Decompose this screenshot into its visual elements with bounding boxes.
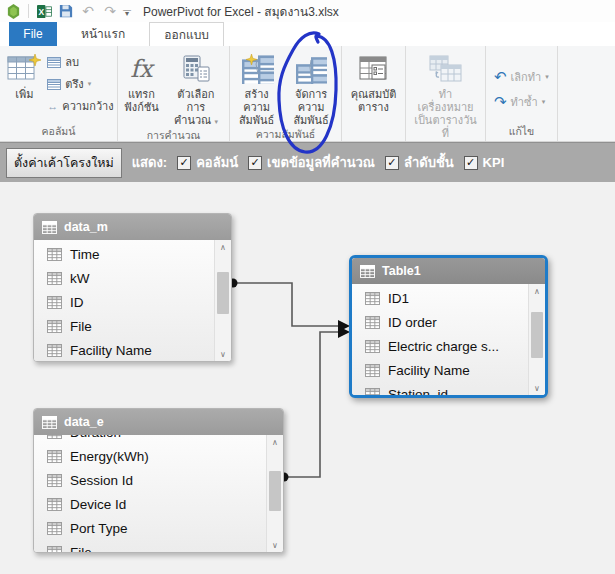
diagram-canvas[interactable]: data_m Time kW ID File Facility Name ∧ ∨ bbox=[0, 182, 615, 574]
field-icon bbox=[365, 364, 380, 377]
delete-column-button[interactable]: ลบ bbox=[47, 53, 113, 71]
powerpivot-window: X ↶ ↷ —▾ PowerPivot for Excel - สมุดงาน3… bbox=[0, 0, 615, 574]
undo-icon: ↶ bbox=[494, 69, 507, 84]
powerpivot-app-icon bbox=[4, 2, 22, 20]
undo-quick-icon[interactable]: ↶ bbox=[79, 2, 97, 20]
scroll-down-icon: ∨ bbox=[529, 381, 545, 395]
field-row[interactable]: ID1 bbox=[352, 286, 528, 310]
scroll-thumb[interactable] bbox=[217, 272, 229, 314]
manage-relationships-button[interactable]: จัดการความ สัมพันธ์ bbox=[283, 49, 339, 127]
create-relationship-button[interactable]: สร้างความ สัมพันธ์ bbox=[232, 49, 281, 127]
field-row[interactable]: Time bbox=[34, 242, 214, 266]
group-label-relationships: ความสัมพันธ์ bbox=[232, 127, 339, 141]
scroll-thumb[interactable] bbox=[531, 312, 543, 358]
ribbon-group-mark-date: ทำเครื่องหมาย เป็นตารางวันที่ bbox=[406, 46, 486, 141]
fx-icon: fx bbox=[130, 52, 152, 86]
field-row[interactable]: ID bbox=[34, 290, 214, 314]
field-row[interactable]: Port Type bbox=[34, 516, 266, 540]
freeze-column-button[interactable]: ตรึง ▾ bbox=[47, 75, 113, 93]
separator bbox=[28, 4, 29, 18]
field-icon bbox=[365, 316, 380, 329]
checkbox-hierarchies[interactable]: ✓ ลำดับชั้น bbox=[385, 152, 454, 173]
field-icon bbox=[47, 498, 62, 511]
undo-button[interactable]: ↶ เลิกทำ ▾ bbox=[494, 68, 549, 86]
create-relationship-icon bbox=[240, 52, 274, 86]
field-row[interactable]: ID order bbox=[352, 310, 528, 334]
field-icon bbox=[47, 474, 62, 487]
scroll-down-icon: ∨ bbox=[215, 347, 231, 361]
table-card-data_e[interactable]: data_e Duration Energy(kWh) Session Id D… bbox=[33, 408, 284, 553]
scroll-up-icon: ∧ bbox=[267, 435, 283, 449]
scroll-track[interactable] bbox=[267, 449, 283, 538]
field-row[interactable]: Energy(kWh) bbox=[34, 444, 266, 468]
checkbox-icon[interactable]: ✓ bbox=[464, 156, 478, 170]
checkbox-calculated-fields[interactable]: ✓ เขตข้อมูลที่คำนวณ bbox=[248, 152, 375, 173]
table-card-table1[interactable]: Table1 ID1 ID order Electric charge s...… bbox=[349, 255, 548, 398]
field-icon bbox=[47, 296, 62, 309]
vertical-scrollbar[interactable]: ∧ ∨ bbox=[266, 435, 283, 552]
scroll-track[interactable] bbox=[215, 254, 231, 347]
field-icon bbox=[47, 320, 62, 333]
field-row[interactable]: kW bbox=[34, 266, 214, 290]
field-row[interactable]: Electric charge s... bbox=[352, 334, 528, 358]
table-header-table1[interactable]: Table1 bbox=[352, 258, 545, 284]
table-card-data_m[interactable]: data_m Time kW ID File Facility Name ∧ ∨ bbox=[33, 213, 232, 362]
field-row[interactable]: Duration bbox=[34, 435, 266, 444]
ribbon: เพิ่ม ลบ ตรึง ▾ ↔ ความกว้าง bbox=[0, 46, 615, 142]
tab-file[interactable]: File bbox=[9, 22, 57, 46]
checkbox-icon[interactable]: ✓ bbox=[248, 156, 262, 170]
scroll-thumb[interactable] bbox=[269, 471, 281, 511]
table-icon bbox=[42, 416, 57, 429]
field-icon bbox=[365, 388, 380, 396]
save-icon[interactable] bbox=[57, 2, 75, 20]
redo-quick-icon[interactable]: ↷ bbox=[101, 2, 119, 20]
field-row[interactable]: Session Id bbox=[34, 468, 266, 492]
table-properties-button[interactable]: คุณสมบัติ ตาราง bbox=[347, 49, 401, 114]
dropdown-icon: ▾ bbox=[545, 73, 549, 81]
checkbox-icon[interactable]: ✓ bbox=[177, 156, 191, 170]
table-icon bbox=[42, 221, 57, 234]
tab-design[interactable]: ออกแบบ bbox=[149, 22, 224, 46]
field-row[interactable]: File bbox=[34, 314, 214, 338]
redo-button[interactable]: ↷ ทำซ้ำ ▾ bbox=[494, 93, 545, 111]
scroll-track[interactable] bbox=[529, 298, 545, 381]
vertical-scrollbar[interactable]: ∧ ∨ bbox=[528, 284, 545, 395]
field-row[interactable]: Facility Name bbox=[352, 358, 528, 382]
table-body: ID1 ID order Electric charge s... Facili… bbox=[352, 284, 545, 395]
show-label: แสดง: bbox=[132, 152, 167, 173]
scroll-down-icon: ∨ bbox=[267, 538, 283, 552]
table-properties-icon bbox=[359, 52, 389, 86]
insert-function-button[interactable]: fx แทรก ฟังก์ชัน bbox=[120, 49, 163, 114]
excel-icon[interactable]: X bbox=[35, 2, 53, 20]
manage-relationships-icon bbox=[295, 52, 327, 86]
group-label-empty bbox=[344, 124, 403, 140]
group-label-columns: คอลัมน์ bbox=[2, 124, 115, 140]
checkbox-columns[interactable]: ✓ คอลัมน์ bbox=[177, 152, 238, 173]
mark-as-date-table-button[interactable]: ทำเครื่องหมาย เป็นตารางวันที่ bbox=[408, 49, 483, 140]
field-icon bbox=[47, 546, 62, 553]
field-icon bbox=[47, 272, 62, 285]
add-column-button[interactable]: เพิ่ม bbox=[3, 49, 45, 101]
checkbox-icon[interactable]: ✓ bbox=[385, 156, 399, 170]
table-header-data_e[interactable]: data_e bbox=[34, 409, 283, 435]
vertical-scrollbar[interactable]: ∧ ∨ bbox=[214, 240, 231, 361]
checkbox-kpi[interactable]: ✓ KPI bbox=[464, 155, 505, 170]
dropdown-icon: ▾ bbox=[542, 98, 546, 106]
field-row[interactable]: File bbox=[34, 540, 266, 552]
reset-layout-button[interactable]: ตั้งค่าเค้าโครงใหม่ bbox=[6, 148, 122, 178]
tab-home[interactable]: หน้าแรก bbox=[67, 22, 139, 46]
column-width-button[interactable]: ↔ ความกว้าง bbox=[47, 97, 113, 115]
field-row[interactable]: Device Id bbox=[34, 492, 266, 516]
qat-dropdown-icon[interactable]: —▾ bbox=[123, 7, 131, 16]
title-bar: X ↶ ↷ —▾ PowerPivot for Excel - สมุดงาน3… bbox=[0, 0, 615, 22]
field-row[interactable]: Facility Name bbox=[34, 338, 214, 361]
field-row[interactable]: Station_id bbox=[352, 382, 528, 395]
calculation-options-button[interactable]: ตัวเลือกการ คำนวณ ▾ bbox=[165, 49, 227, 128]
field-icon bbox=[47, 344, 62, 357]
field-icon bbox=[47, 248, 62, 261]
table-header-data_m[interactable]: data_m bbox=[34, 214, 231, 240]
freeze-table-icon bbox=[47, 79, 61, 90]
calculator-icon bbox=[181, 52, 211, 86]
add-table-icon bbox=[7, 52, 41, 86]
ribbon-group-calculation: fx แทรก ฟังก์ชัน ตัวเลือกการ คำนวณ ▾ การ… bbox=[118, 46, 230, 141]
